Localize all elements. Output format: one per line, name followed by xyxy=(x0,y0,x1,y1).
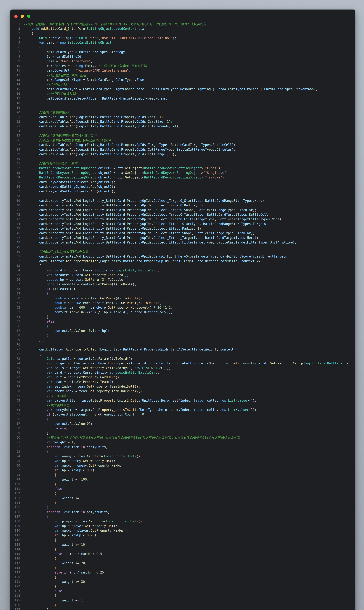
code-line-text[interactable]: card.propertyTable.Add(LogicEntity_Battl… xyxy=(20,231,255,236)
code-line-text[interactable]: foreach (var item in palyerUnits) xyxy=(20,510,110,514)
code-line-text[interactable]: var hp = enemy.GetProperty_Hp(); xyxy=(20,458,115,463)
code-line-text[interactable]: weight += 1; xyxy=(20,496,85,500)
code-line-text[interactable]: double shield = context.GetParam(4).ToDo… xyxy=(20,296,144,301)
code-line-text[interactable]: if (hp / maxHp < 0.1) xyxy=(20,468,94,472)
code-line-text[interactable]: Guid cardSettingId = Guid.Parse("85c1aff… xyxy=(20,36,176,40)
code-line-text[interactable]: } xyxy=(20,482,56,486)
code-line-text[interactable]: card.propertyTable.Add(LogicEntity_Battl… xyxy=(20,217,283,222)
code-line-text[interactable]: battleCardType = BattleCardTypes.Strateg… xyxy=(20,50,127,54)
code-line-text[interactable]: cardSeries = string.Empty, // 必须要有字符串值 否… xyxy=(20,64,147,68)
code-line-text[interactable] xyxy=(20,156,24,161)
code-line-text[interactable]: var unit = card.GetProperty_CardHero(); xyxy=(20,375,121,380)
code-line-text[interactable]: var enemy = item.AsEntity<LogicEntity_Un… xyxy=(20,454,142,458)
code-line-text[interactable]: if (palyerUnits.Count == 0 && enemyUnits… xyxy=(20,412,146,417)
code-line-text[interactable]: card.keywordSettingObjects.Add(object1); xyxy=(20,180,115,184)
code-line-text[interactable]: } xyxy=(20,315,49,319)
code-line-text[interactable]: context.AddValue(0); xyxy=(20,421,92,426)
code-line-text[interactable]: card.Effector.AddPropertyAction(LogicEnt… xyxy=(20,347,239,352)
code-line-text[interactable]: else xyxy=(20,319,54,324)
code-line-text[interactable]: context.AddValue(((num / (hp + shield)) … xyxy=(20,310,173,315)
code-line-text[interactable]: card.propertyTable.Add(LogicEntity_Battl… xyxy=(20,222,270,226)
code-line-text[interactable]: if (hp / maxHp < 0.75) xyxy=(20,533,96,538)
minimize-button[interactable] xyxy=(21,15,24,18)
code-line-text[interactable]: var selfIndex = team.GetProperty_TeamInd… xyxy=(20,384,140,389)
code-line-text[interactable]: var team = unit.GetProperty_Team(); xyxy=(20,380,114,384)
code-line-text[interactable]: bool isTeammate = context.GetParam(1).To… xyxy=(20,282,136,287)
code-line-text[interactable]: var card = context.CurrentEntity as Logi… xyxy=(20,268,159,273)
code-line-text[interactable]: context.AddValue(-0.1d * hp); xyxy=(20,328,110,333)
code-line-text[interactable]: var maxHp = enemy.GetProperty_MaxHp(); xyxy=(20,463,127,468)
code-line-text[interactable]: var cardHero = card.GetProperty_CardHero… xyxy=(20,273,129,277)
code-line-text[interactable]: { xyxy=(20,31,33,36)
code-line-text[interactable]: double panelDefenceScore = context.GetPa… xyxy=(20,301,165,305)
code-line-text[interactable]: else if (hp / maxHp < 0.25) xyxy=(20,570,106,575)
code-line-text[interactable]: //友方英雄单位 xyxy=(20,394,70,398)
window-titlebar[interactable] xyxy=(10,10,355,21)
code-line-text[interactable]: //范围颜色类型 效果 蓝色 xyxy=(20,73,86,77)
code-line-text[interactable]: } xyxy=(20,603,56,607)
code-line-text[interactable]: card.valueTable.Add(LogicEntity_BattleCa… xyxy=(20,152,176,156)
code-line-text[interactable]: var weight = 1; xyxy=(20,440,75,444)
code-line-text[interactable]: return; xyxy=(20,426,68,431)
code-line-text[interactable]: card.excelTable.Add(LogicEntity_BattleCa… xyxy=(20,124,180,129)
code-line-text[interactable]: else if (hp / maxHp < 0.5) xyxy=(20,552,104,556)
code-line-text[interactable]: { xyxy=(20,491,56,496)
code-line-text[interactable]: //设置卡牌的目标类型和数量 目标是战场上的区域 xyxy=(20,138,111,142)
code-line-text[interactable]: } xyxy=(20,431,49,435)
code-line-text[interactable]: //敌方英雄单位 xyxy=(20,403,70,407)
code-line-text[interactable]: //设置卡牌的选择范围和范围的形状类型 xyxy=(20,133,97,138)
code-line-text[interactable]: //卡牌目标选择类型 xyxy=(20,91,76,96)
code-line-text[interactable] xyxy=(20,245,24,250)
code-line-text[interactable] xyxy=(20,342,24,347)
code-line-text[interactable]: weight += 1; xyxy=(20,598,85,603)
code-line-text[interactable]: { xyxy=(20,449,49,454)
code-line-text[interactable]: cardRangeColorType = BattleCardRangeColo… xyxy=(20,77,146,82)
code-line-text[interactable]: card.propertyTable.Add(LogicEntity_Battl… xyxy=(20,203,205,208)
code-line-text[interactable]: } xyxy=(20,500,56,505)
code-line-text[interactable]: //获取单元格附近的敌方英雄&友方英雄 如果存在生命值低于10%的敌方英雄优先级… xyxy=(20,435,240,440)
code-line-text[interactable] xyxy=(20,105,24,110)
code-line-text[interactable]: battleCardAIType = CardAICardTypes.Fight… xyxy=(20,87,318,91)
code-line-text[interactable]: { xyxy=(20,45,41,50)
code-line-text[interactable]: //卡牌AI_对战_修改面板防守分数 xyxy=(20,250,89,254)
code-line-text[interactable]: card.valueTable.Add(LogicEntity_BattleCa… xyxy=(20,147,236,152)
code-line-text[interactable]: var enemyIndex = team.GetProperty_TeamIn… xyxy=(20,389,144,393)
code-line-text[interactable]: } xyxy=(20,607,49,610)
code-line-text[interactable]: } xyxy=(20,584,56,589)
code-line-text[interactable]: { xyxy=(20,593,56,598)
code-line-text[interactable]: cardCoverUrl = "Texture/CARD_Interfere.p… xyxy=(20,68,131,73)
zoom-button[interactable] xyxy=(27,15,30,18)
code-line-text[interactable]: else xyxy=(20,589,62,593)
code-line-text[interactable]: weight += 20; xyxy=(20,561,87,566)
code-line-text[interactable]: foreach (var item in enemyUnits) xyxy=(20,445,108,449)
close-button[interactable] xyxy=(14,15,18,18)
code-line-text[interactable]: card.keywordSettingObjects.Add(object2); xyxy=(20,184,115,189)
code-line-text[interactable]: double hp = context.GetParam(3).ToDouble… xyxy=(20,277,129,282)
code-line-text[interactable]: var hp = player.GetProperty_Hp(); xyxy=(20,524,117,528)
code-line-text[interactable]: var player = item.AsEntity<LogicEntity_U… xyxy=(20,519,144,524)
code-line-text[interactable]: { xyxy=(20,556,56,561)
code-line-text[interactable]: card.propertyTable.Add(LogicEntity_Battl… xyxy=(20,212,272,217)
code-line-text[interactable]: var maxHp = player.GetProperty_MaxHp(); xyxy=(20,528,129,533)
code-line-text[interactable]: { xyxy=(20,263,41,268)
code-line-text[interactable]: }; xyxy=(20,101,43,105)
code-line-text[interactable]: { xyxy=(20,472,56,477)
code-line-text[interactable]: card.keywordSettingObjects.Add(object3); xyxy=(20,189,115,194)
code-line-text[interactable]: } xyxy=(20,333,49,338)
code-line-text[interactable]: } xyxy=(20,547,56,552)
code-line-text[interactable]: card.excelTable.Add(LogicEntity_BattleCa… xyxy=(20,115,165,119)
code-area[interactable]: 1//装备 救赎的主动效果卡牌 选择附近2格范围内的一个半径为1格的区域，对区域… xyxy=(10,22,355,610)
code-line-text[interactable]: Guid targetId = context.GetParam(2).ToGu… xyxy=(20,356,132,361)
code-line-text[interactable]: card.valueTable.Add(LogicEntity_BattleCa… xyxy=(20,142,236,147)
code-line-text[interactable]: { xyxy=(20,352,41,356)
code-line-text[interactable]: card.Effector.AddPropertyAction(LogicEnt… xyxy=(20,259,260,263)
code-line-text[interactable]: var cells = target.GetProperty_CellsNear… xyxy=(20,366,171,370)
code-line-text[interactable]: //装备 救赎的主动效果卡牌 选择附近2格范围内的一个半径为1格的区域，对区域内… xyxy=(20,22,206,26)
code-line-text[interactable]: double num = 600 + cardHero.GetProperty_… xyxy=(20,305,173,310)
code-line-text[interactable]: { xyxy=(20,514,49,519)
code-line-text[interactable]: { xyxy=(20,575,56,579)
code-line-text[interactable]: card.propertyTable.Add(LogicEntity_Battl… xyxy=(20,254,291,259)
code-line-text[interactable]: } xyxy=(20,505,49,510)
code-line-text[interactable]: { xyxy=(20,291,49,296)
code-line-text[interactable]: name = "CARD_Interfere", xyxy=(20,59,92,64)
